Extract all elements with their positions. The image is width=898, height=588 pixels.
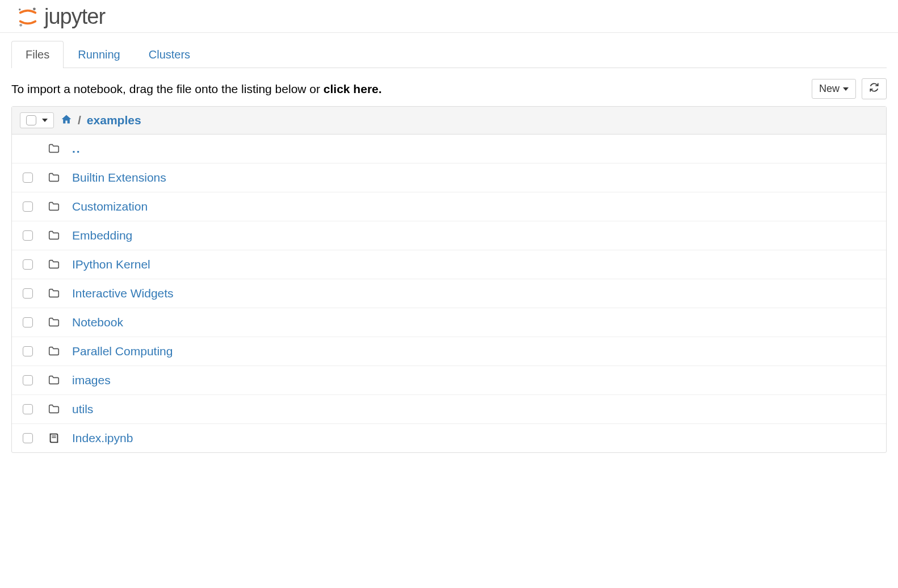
file-row[interactable]: Builtin Extensions [12,163,886,192]
import-hint-text: To import a notebook, drag the file onto… [11,82,324,95]
toolbar: To import a notebook, drag the file onto… [0,68,898,106]
logo[interactable]: jupyter [17,5,889,29]
file-link[interactable]: IPython Kernel [72,258,150,271]
tabs-container: FilesRunningClusters [0,41,898,68]
tab-files[interactable]: Files [11,41,64,68]
file-link[interactable]: images [72,373,111,387]
jupyter-logo-icon [17,6,39,28]
caret-down-icon [843,87,849,91]
breadcrumb-row: / examples [12,107,886,135]
file-link[interactable]: Parallel Computing [72,345,173,358]
svg-point-1 [19,23,22,26]
file-link[interactable]: Customization [72,200,148,213]
file-list: / examples .. Builtin ExtensionsCustomiz… [11,106,887,453]
file-link[interactable]: Interactive Widgets [72,287,174,300]
parent-directory-row[interactable]: .. [12,135,886,163]
import-click-here-link[interactable]: click here. [324,82,382,95]
file-row[interactable]: Customization [12,192,886,221]
refresh-icon [869,82,879,95]
file-row[interactable]: Interactive Widgets [12,279,886,308]
new-button-label: New [819,83,840,95]
tabs: FilesRunningClusters [11,41,887,68]
tab-running[interactable]: Running [64,41,135,68]
folder-icon [47,345,61,358]
logo-text: jupyter [44,5,105,29]
file-row[interactable]: images [12,366,886,395]
folder-icon [47,200,61,213]
import-hint: To import a notebook, drag the file onto… [11,82,382,96]
file-row[interactable]: utils [12,395,886,424]
file-row[interactable]: Embedding [12,221,886,250]
select-all-dropdown[interactable] [20,112,54,128]
svg-point-2 [19,8,20,10]
file-link[interactable]: Builtin Extensions [72,171,166,184]
row-checkbox[interactable] [23,375,33,385]
breadcrumb: / examples [61,114,141,128]
file-link[interactable]: Notebook [72,316,123,329]
row-checkbox[interactable] [23,317,33,327]
breadcrumb-separator: / [78,114,81,127]
row-checkbox[interactable] [23,201,33,212]
parent-directory-link[interactable]: .. [72,142,81,156]
row-checkbox[interactable] [23,433,33,443]
folder-icon [47,287,61,300]
folder-icon [47,229,61,242]
row-checkbox[interactable] [23,346,33,356]
row-checkbox[interactable] [23,288,33,299]
breadcrumb-current[interactable]: examples [87,114,141,127]
header: jupyter [0,0,898,33]
folder-icon [47,171,61,184]
file-link[interactable]: Index.ipynb [72,431,133,445]
new-button[interactable]: New [812,79,856,99]
file-row[interactable]: Notebook [12,308,886,337]
folder-icon [47,316,61,329]
folder-icon [47,403,61,415]
row-checkbox[interactable] [23,404,33,414]
file-row[interactable]: Index.ipynb [12,424,886,452]
toolbar-right: New [812,78,887,99]
notebook-icon [47,432,61,444]
file-link[interactable]: Embedding [72,229,132,242]
refresh-button[interactable] [862,78,887,99]
file-link[interactable]: utils [72,402,93,416]
file-row[interactable]: IPython Kernel [12,250,886,279]
select-all-checkbox[interactable] [26,115,36,125]
file-row[interactable]: Parallel Computing [12,337,886,366]
row-checkbox[interactable] [23,230,33,241]
home-icon[interactable] [61,114,72,128]
caret-down-icon [42,119,48,122]
folder-icon [47,258,61,271]
tab-clusters[interactable]: Clusters [135,41,204,68]
row-checkbox[interactable] [23,259,33,270]
folder-icon [47,142,61,155]
svg-point-0 [33,7,36,10]
row-checkbox[interactable] [23,173,33,183]
folder-icon [47,374,61,387]
